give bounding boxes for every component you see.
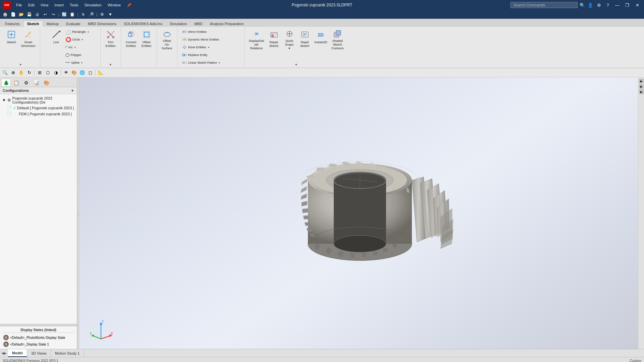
rotate-icon[interactable]: ↻: [25, 69, 33, 76]
display-style-icon[interactable]: ◑: [52, 69, 59, 76]
shaded-sketch-button[interactable]: ShadedSketchContours: [330, 28, 345, 51]
new-button[interactable]: 📄: [9, 11, 17, 18]
mirror-entities-button[interactable]: Mirror Entities: [180, 28, 209, 36]
circle-button[interactable]: ⭕ Circle ▾: [64, 36, 91, 43]
tree-config-fem[interactable]: 📄 FEM [ Pogonski zupcanik 2023 ]: [1, 111, 75, 117]
home-button[interactable]: 🏠: [1, 11, 9, 18]
rectangle-icon: ⬜: [65, 29, 71, 35]
tab-analysis[interactable]: Analysis Preparation: [206, 20, 248, 27]
pan-icon[interactable]: ✋: [17, 69, 25, 76]
panel-tab-displaystates[interactable]: 🎨: [42, 79, 51, 87]
arc-button[interactable]: ◜ Arc ▾: [64, 44, 91, 51]
tab-mbd-dimensions[interactable]: MBD Dimensions: [84, 20, 120, 27]
right-panel-btn-1[interactable]: ▶: [639, 79, 644, 83]
viewport[interactable]: Z X Y: [79, 77, 638, 349]
instant2d-button[interactable]: 2D Instant2D: [313, 28, 329, 51]
tree-config-default[interactable]: 📄 ✓ Default [ Pogonski zupcanik 2023 ]: [1, 105, 75, 111]
mirror-row2: Dynamic Mirror Entities: [180, 36, 241, 43]
zoom-fit-button[interactable]: 🔎: [88, 11, 95, 18]
help-icon[interactable]: ?: [604, 3, 611, 8]
sketch-display-icon[interactable]: 📐: [97, 69, 104, 76]
sketch-button[interactable]: Sketch: [4, 28, 19, 51]
panel-tab-propertymgr[interactable]: 📋: [11, 79, 21, 87]
ribbon-content: Sketch ↔ SmartDimension ▼: [0, 27, 644, 68]
config-options-icon[interactable]: ▼: [71, 89, 74, 93]
close-button[interactable]: ✕: [633, 2, 641, 8]
open-button[interactable]: 📂: [17, 11, 25, 18]
options-icon[interactable]: ⚙: [596, 3, 602, 8]
shadows-icon[interactable]: ◻: [87, 69, 94, 76]
options-qa-button[interactable]: ⚙: [99, 11, 106, 18]
select-button[interactable]: 🖱: [79, 11, 87, 18]
replace-entity-button[interactable]: Replace Entity: [180, 51, 209, 59]
appearance-icon[interactable]: 🎨: [70, 69, 78, 76]
right-panel-btn-2[interactable]: ▶: [639, 84, 644, 89]
hide-show-icon[interactable]: 👁: [62, 69, 70, 76]
display-state-photoworks[interactable]: 🎨 <Default>_PhotoWorks Display State: [3, 334, 74, 341]
quick-snaps-button[interactable]: QuickSnaps ▼: [282, 28, 297, 51]
tab-model[interactable]: Model: [8, 349, 27, 357]
minimize-button[interactable]: —: [613, 2, 621, 8]
section-view-icon[interactable]: ⊞: [36, 69, 43, 76]
spline-button[interactable]: 〰 Spline ▾: [64, 59, 91, 66]
smart-dimension-button[interactable]: ↔ SmartDimension: [19, 28, 37, 51]
tree-expand-icon[interactable]: ▼: [2, 98, 6, 103]
rectangle-button[interactable]: ⬜ Rectangle ▾: [64, 28, 91, 36]
offset-on-surface-button[interactable]: OffsetOnSurface: [160, 28, 174, 51]
panel-tab-configmgr[interactable]: ⚙: [21, 79, 31, 87]
line-button[interactable]: Line: [49, 28, 63, 51]
display-state-1[interactable]: 🎨 <Default>_Display State 1: [3, 341, 74, 348]
customize-button[interactable]: ▼: [107, 11, 114, 18]
window-menu[interactable]: Window: [105, 2, 123, 8]
move-entities-button[interactable]: Move Entities ▾: [180, 44, 212, 51]
undo-button[interactable]: ↩: [42, 11, 49, 18]
tab-mbd[interactable]: MBD: [191, 20, 206, 27]
tab-3d-views[interactable]: 3D Views: [27, 349, 51, 357]
zoom-selection-icon[interactable]: ⊕: [9, 69, 17, 76]
view-menu[interactable]: View: [38, 2, 51, 8]
restore-button[interactable]: ❐: [623, 2, 631, 8]
user-icon[interactable]: 👤: [587, 3, 594, 8]
convert-entities-button[interactable]: ConvertEntities: [124, 28, 139, 51]
tools-menu[interactable]: Tools: [67, 2, 81, 8]
trim-entities-button[interactable]: TrimEntities: [103, 28, 118, 51]
redo-button[interactable]: ↪: [50, 11, 57, 18]
linear-sketch-button[interactable]: Linear Sketch Pattern ▾: [180, 59, 223, 66]
repair-sketch-button[interactable]: RepairSketch: [267, 28, 281, 51]
edit-menu[interactable]: Edit: [25, 2, 37, 8]
print-button[interactable]: 🖨: [34, 11, 41, 18]
tab-simulation[interactable]: Simulation: [166, 20, 191, 27]
file-menu[interactable]: File: [13, 2, 25, 8]
file-properties-button[interactable]: 📋: [69, 11, 76, 18]
rapid-sketch-button[interactable]: RapidSketch: [298, 28, 312, 51]
panel-tab-dfmmgr[interactable]: 📊: [32, 79, 41, 87]
extras-icon[interactable]: 📌: [124, 2, 134, 8]
bottom-tabs-arrows[interactable]: ◀▶: [0, 349, 8, 357]
tab-features[interactable]: Features: [1, 20, 23, 27]
tab-markup[interactable]: Markup: [43, 20, 63, 27]
linear-sketch-label: Linear Sketch Pattern: [188, 61, 217, 64]
panel-tab-featuretree[interactable]: 🌲: [1, 79, 11, 87]
zoom-to-fit-icon[interactable]: 🔍: [1, 69, 9, 76]
offset-entities-button[interactable]: OffsetEntities: [139, 28, 154, 51]
scene-icon[interactable]: 🌐: [78, 69, 86, 76]
display-delete-button[interactable]: Display/DeleteRelations: [247, 28, 266, 51]
tab-sketch[interactable]: Sketch: [23, 20, 43, 27]
view-orient-icon[interactable]: ⬡: [44, 69, 51, 76]
tab-motion-study[interactable]: Motion Study 1: [51, 349, 84, 357]
simulation-menu[interactable]: Simulation: [82, 2, 104, 8]
tree-root[interactable]: ▼ ⚙ Pogonski zupcanik 2023 Configuration…: [1, 96, 75, 105]
polygon-button[interactable]: ⬡ Polygon: [64, 51, 91, 59]
convert-buttons: ConvertEntities OffsetEntities: [124, 28, 154, 66]
insert-menu[interactable]: Insert: [52, 2, 66, 8]
rebuild-button[interactable]: 🔄: [61, 11, 68, 18]
tab-solidworks-addins[interactable]: SOLIDWORKS Add-Ins: [120, 20, 166, 27]
display-buttons: Display/DeleteRelations RepairSketch Qui…: [247, 28, 345, 62]
right-panel-btn-3[interactable]: ▶: [639, 89, 644, 94]
save-button[interactable]: 💾: [25, 11, 33, 18]
quick-access-toolbar: 🏠 📄 📂 💾 🖨 ↩ ↪ | 🔄 📋 | 🖱 🔎 | ⚙ ▼: [0, 10, 644, 19]
search-icon[interactable]: 🔍: [580, 3, 585, 8]
tab-evaluate[interactable]: Evaluate: [62, 20, 84, 27]
search-commands-input[interactable]: [511, 2, 578, 8]
dynamic-mirror-button[interactable]: Dynamic Mirror Entities: [180, 36, 221, 43]
